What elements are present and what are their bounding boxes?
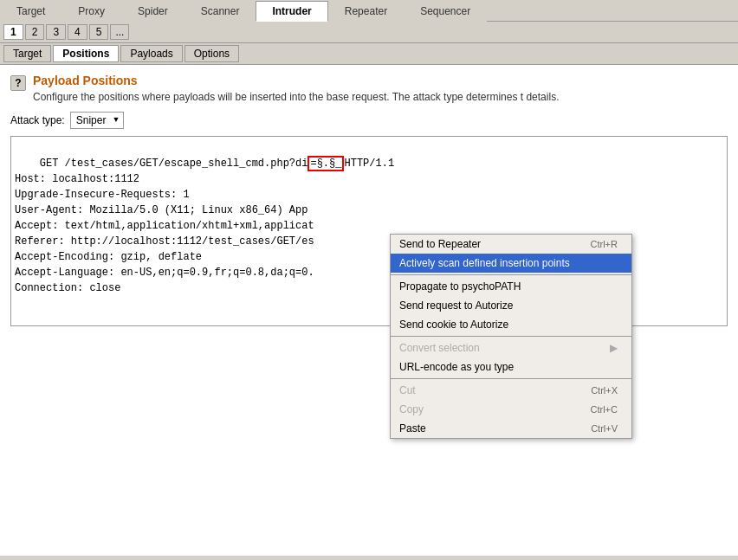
context-autorize-request-label: Send request to Autorize — [399, 299, 513, 312]
tab-intruder[interactable]: Intruder — [256, 1, 327, 22]
context-paste[interactable]: Paste Ctrl+V — [391, 419, 631, 438]
context-paste-label: Paste — [399, 422, 426, 434]
context-active-scan[interactable]: Actively scan defined insertion points — [391, 254, 631, 273]
tab-proxy[interactable]: Proxy — [62, 1, 121, 22]
tab-repeater[interactable]: Repeater — [328, 1, 404, 22]
num-tab-3[interactable]: 3 — [46, 24, 66, 40]
attack-type-text: Sniper — [76, 114, 107, 126]
context-send-to-repeater-label: Send to Repeater — [399, 238, 481, 250]
context-convert-selection: Convert selection ▶ — [391, 338, 631, 357]
num-tab-5[interactable]: 5 — [89, 24, 109, 40]
top-nav: Target Proxy Spider Scanner Intruder Rep… — [0, 0, 738, 22]
context-cut: Cut Ctrl+X — [391, 381, 631, 400]
tab-scanner[interactable]: Scanner — [184, 1, 256, 22]
tab-spider[interactable]: Spider — [121, 1, 184, 22]
context-send-to-repeater-shortcut: Ctrl+R — [591, 239, 618, 249]
request-line-8: Accept-Language: en-US,en;q=0.9,fr;q=0.8… — [15, 267, 314, 279]
help-section: ? Payload Positions Configure the positi… — [10, 74, 728, 103]
request-line-5: Accept: text/html,application/xhtml+xml,… — [15, 220, 314, 232]
attack-type-label: Attack type: — [10, 114, 65, 126]
context-cut-label: Cut — [399, 384, 416, 396]
context-sep-2 — [391, 336, 631, 337]
sub-tabs-row: Target Positions Payloads Options — [0, 43, 738, 65]
context-active-scan-label: Actively scan defined insertion points — [399, 257, 570, 269]
attack-type-select[interactable]: Sniper ▼ — [70, 112, 125, 129]
request-line-9: Connection: close — [15, 282, 120, 294]
context-paste-shortcut: Ctrl+V — [591, 423, 618, 434]
request-line-2: Host: localhost:1112 — [15, 173, 139, 185]
section-desc: Configure the positions where payloads w… — [33, 91, 559, 103]
help-icon[interactable]: ? — [10, 75, 26, 91]
num-tab-more[interactable]: ... — [110, 24, 129, 40]
context-psychopath[interactable]: Propagate to psychoPATH — [391, 277, 631, 296]
context-sep-1 — [391, 274, 631, 275]
context-autorize-request[interactable]: Send request to Autorize — [391, 296, 631, 315]
context-cut-shortcut: Ctrl+X — [591, 385, 618, 396]
context-autorize-cookie[interactable]: Send cookie to Autorize — [391, 315, 631, 334]
tab-target[interactable]: Target — [0, 1, 62, 22]
request-line-6: Referer: http://localhost:1112/test_case… — [15, 235, 314, 248]
request-line-7: Accept-Encoding: gzip, deflate — [15, 251, 202, 263]
context-psychopath-label: Propagate to psychoPATH — [399, 280, 521, 293]
subtab-positions[interactable]: Positions — [53, 45, 119, 62]
tab-sequencer[interactable]: Sequencer — [404, 1, 487, 22]
request-line-1: GET /test_cases/GET/escape_shell_cmd.php… — [40, 158, 308, 170]
request-line-3: Upgrade-Insecure-Requests: 1 — [15, 189, 190, 201]
dropdown-arrow-icon: ▼ — [112, 115, 120, 124]
payload-marker: =§.§_ — [308, 156, 344, 171]
subtab-target[interactable]: Target — [3, 45, 51, 62]
context-url-encode-label: URL-encode as you type — [399, 361, 514, 373]
num-tab-4[interactable]: 4 — [68, 24, 87, 40]
context-convert-label: Convert selection — [399, 342, 480, 354]
number-tabs-row: 1 2 3 4 5 ... — [0, 22, 738, 43]
context-copy-label: Copy — [399, 403, 424, 415]
attack-type-row: Attack type: Sniper ▼ — [10, 112, 728, 129]
context-convert-arrow-icon: ▶ — [610, 342, 618, 354]
context-sep-3 — [391, 378, 631, 379]
context-url-encode[interactable]: URL-encode as you type — [391, 357, 631, 377]
main-content: ? Payload Positions Configure the positi… — [0, 65, 738, 556]
subtab-payloads[interactable]: Payloads — [120, 45, 182, 62]
context-send-to-repeater[interactable]: Send to Repeater Ctrl+R — [391, 235, 631, 254]
num-tab-2[interactable]: 2 — [25, 24, 45, 40]
context-menu: Send to Repeater Ctrl+R Actively scan de… — [390, 234, 632, 439]
section-title: Payload Positions — [33, 74, 559, 87]
request-line-1b: HTTP/1.1 — [344, 158, 394, 170]
num-tab-1[interactable]: 1 — [3, 24, 23, 40]
context-copy-shortcut: Ctrl+C — [591, 404, 618, 415]
context-autorize-cookie-label: Send cookie to Autorize — [399, 319, 508, 331]
request-line-4: User-Agent: Mozilla/5.0 (X11; Linux x86_… — [15, 204, 308, 216]
context-copy: Copy Ctrl+C — [391, 400, 631, 419]
subtab-options[interactable]: Options — [184, 45, 239, 62]
